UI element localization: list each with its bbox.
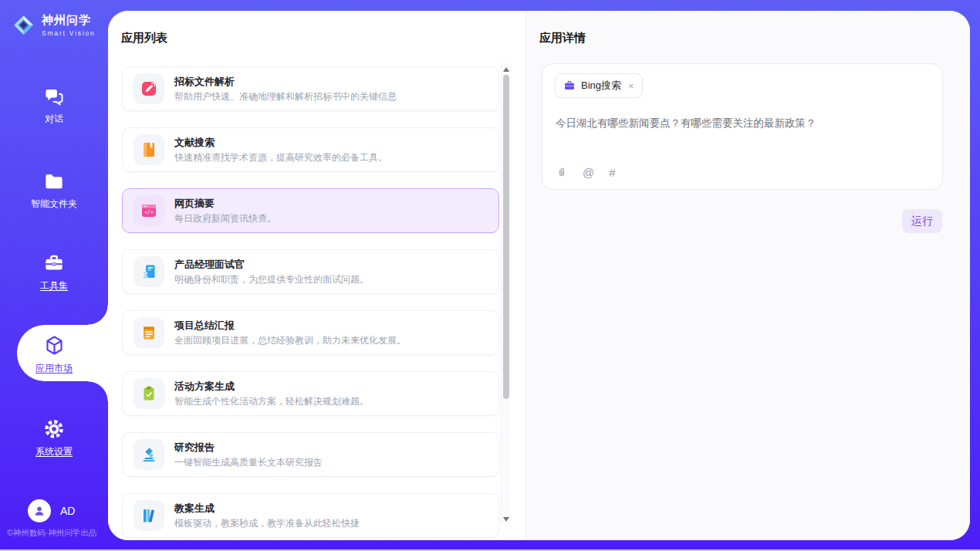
sidebar-item-label: 应用市场: [0, 362, 108, 375]
avatar: [28, 499, 51, 522]
books-icon: [140, 506, 158, 525]
notepad-icon: [140, 323, 158, 342]
app-card[interactable]: 研究报告 一键智能生成高质量长文本研究报告: [122, 432, 499, 477]
chat-icon: [42, 85, 66, 108]
app-card[interactable]: 教案生成 模板驱动，教案秒成，教学准备从此轻松快捷: [122, 493, 499, 538]
brand-tagline: Smart Vision: [42, 29, 96, 37]
brand-name: 神州问学: [42, 13, 96, 28]
bubble-fillet-bottom: [88, 381, 108, 401]
scroll-up-arrow-icon[interactable]: [503, 67, 509, 72]
app-card-list: 招标文件解析 帮助用户快速、准确地理解和解析招标书中的关键信息 文献搜索 快速精…: [122, 66, 499, 540]
app-detail-panel: 应用详情 Bing搜索 × 今日湖北有哪些新闻要点？有哪些需要关注的最新政策？ …: [526, 11, 970, 540]
app-list-panel: 应用列表 招标文件解析 帮助用户快速、准确地理解和解析招标书中的关键信息 文献搜…: [108, 11, 526, 540]
sidebar-item-label: 系统设置: [0, 445, 108, 458]
sidebar-item-app-market[interactable]: 应用市场: [0, 333, 108, 375]
app-description: 帮助用户快速、准确地理解和解析招标书中的关键信息: [174, 90, 397, 103]
gem-logo-icon: [11, 12, 36, 38]
tool-chip-bing-search[interactable]: Bing搜索 ×: [555, 73, 643, 98]
cube-icon: [42, 333, 66, 357]
copyright-footer: ©神州数码·神州问学出品: [7, 528, 96, 539]
app-card[interactable]: 产品经理面试官 明确身份和职责，为您提供专业性的面试问题。: [122, 249, 499, 294]
bubble-fillet-top: [88, 305, 108, 325]
app-name: 研究报告: [174, 441, 323, 454]
app-card[interactable]: 文献搜索 快速精准查找学术资源，提高研究效率的必备工具。: [122, 127, 499, 172]
app-description: 模板驱动，教案秒成，教学准备从此轻松快捷: [174, 517, 360, 529]
run-button[interactable]: 运行: [902, 209, 942, 233]
app-description: 一键智能生成高质量长文本研究报告: [174, 456, 323, 468]
app-icon-tile: [133, 73, 164, 104]
app-icon-tile: [133, 317, 164, 348]
toolbox-icon: [42, 252, 66, 275]
app-name: 网页摘要: [174, 197, 276, 210]
sidebar-item-smart-folder[interactable]: 智能文件夹: [0, 170, 108, 211]
app-description: 快速精准查找学术资源，提高研究效率的必备工具。: [174, 151, 387, 164]
app-logo: 神州问学 Smart Vision: [11, 12, 96, 38]
app-description: 智能生成个性化活动方案，轻松解决规划难题。: [174, 395, 369, 407]
app-list-title: 应用列表: [121, 31, 167, 46]
sidebar-item-label: 对话: [0, 113, 108, 126]
paperclip-icon[interactable]: [556, 166, 568, 179]
app-detail-title: 应用详情: [539, 31, 586, 46]
app-card[interactable]: 网页摘要 每日政府新闻资讯快查。: [122, 188, 499, 233]
web-icon: [140, 201, 158, 220]
person-icon: [32, 503, 47, 519]
app-card[interactable]: 活动方案生成 智能生成个性化活动方案，轻松解决规划难题。: [122, 371, 499, 416]
app-icon-tile: [133, 439, 164, 470]
scrollbar[interactable]: [501, 63, 511, 525]
app-card[interactable]: 招标文件解析 帮助用户快速、准确地理解和解析招标书中的关键信息: [122, 66, 499, 111]
app-description: 明确身份和职责，为您提供专业性的面试问题。: [174, 273, 369, 286]
app-description: 全面回顾项目进展，总结经验教训，助力未来优化发展。: [174, 334, 406, 346]
user-account[interactable]: AD: [28, 499, 75, 522]
app-card[interactable]: 项目总结汇报 全面回顾项目进展，总结经验教训，助力未来优化发展。: [122, 310, 499, 355]
app-icon-tile: [133, 134, 164, 165]
user-initials: AD: [60, 505, 75, 517]
app-name: 产品经理面试官: [174, 258, 369, 271]
tool-chip-label: Bing搜索: [581, 79, 621, 93]
content-area: 应用列表 招标文件解析 帮助用户快速、准确地理解和解析招标书中的关键信息 文献搜…: [108, 11, 970, 540]
sidebar-item-label: 工具集: [0, 279, 108, 292]
app-icon-tile: [133, 500, 164, 531]
scroll-down-arrow-icon[interactable]: [503, 517, 509, 522]
microscope-icon: [140, 445, 158, 464]
close-icon[interactable]: ×: [628, 80, 634, 92]
prompt-card: Bing搜索 × 今日湖北有哪些新闻要点？有哪些需要关注的最新政策？ @ #: [542, 63, 943, 190]
sidebar-item-settings[interactable]: 系统设置: [0, 417, 108, 458]
app-icon-tile: [133, 256, 164, 287]
clipboard-icon: [140, 384, 158, 403]
briefcase-icon: [563, 79, 576, 92]
app-icon-tile: [133, 195, 164, 226]
sidebar: 神州问学 Smart Vision 对话 智能文件夹 工具集 应用市场 系统设置…: [0, 0, 108, 551]
hash-icon[interactable]: #: [609, 166, 615, 179]
app-description: 每日政府新闻资讯快查。: [174, 212, 276, 225]
resume-icon: [140, 262, 158, 281]
app-icon-tile: [133, 378, 164, 409]
gear-icon: [42, 417, 66, 441]
prompt-input[interactable]: 今日湖北有哪些新闻要点？有哪些需要关注的最新政策？: [556, 117, 926, 130]
sidebar-item-toolset[interactable]: 工具集: [0, 252, 108, 292]
sidebar-item-chat[interactable]: 对话: [0, 85, 108, 126]
at-mention-icon[interactable]: @: [583, 166, 594, 179]
folder-icon: [42, 170, 66, 193]
app-name: 活动方案生成: [174, 380, 369, 393]
scrollbar-thumb[interactable]: [503, 75, 509, 399]
attachment-toolbar: @ #: [556, 166, 616, 179]
app-name: 文献搜索: [174, 136, 387, 149]
app-name: 招标文件解析: [174, 75, 397, 88]
app-name: 项目总结汇报: [174, 319, 406, 332]
book-icon: [140, 140, 158, 159]
edit-icon: [140, 79, 158, 98]
sidebar-item-label: 智能文件夹: [0, 198, 108, 211]
app-name: 教案生成: [174, 502, 360, 515]
